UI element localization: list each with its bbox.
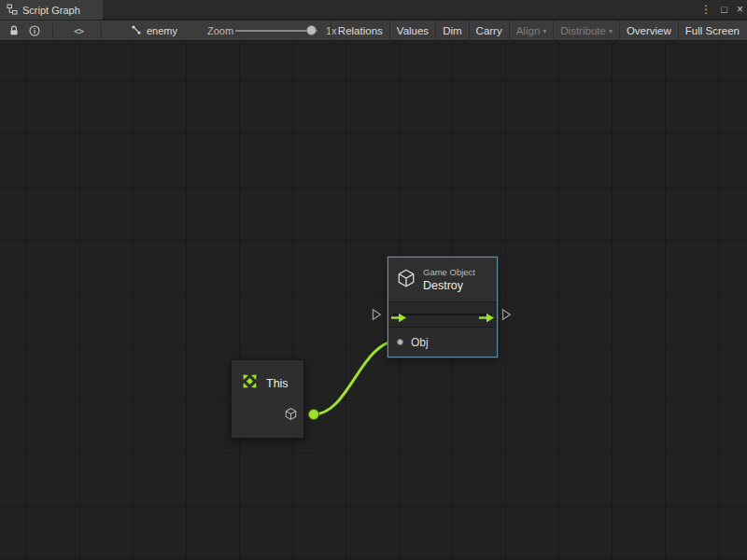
destroy-node[interactable]: Game Object Destroy: [388, 257, 498, 357]
overview-button[interactable]: Overview: [619, 21, 678, 41]
obj-port-row: Obj: [388, 328, 497, 357]
node-title-label: Destroy: [423, 279, 475, 292]
window-menu-icon[interactable]: ⋮: [700, 0, 712, 20]
graph-asset-icon: [131, 24, 142, 37]
distribute-dropdown[interactable]: Distribute ▾: [553, 21, 619, 41]
toolbar-buttons: Relations Values Dim Carry Align ▾ Distr…: [331, 21, 746, 41]
graph-tab-icon: [7, 4, 18, 17]
script-graph-window: Script Graph ⋮ □ × <>: [0, 0, 747, 560]
tab-title: Script Graph: [22, 5, 80, 16]
code-view-icon[interactable]: <>: [67, 21, 90, 41]
zoom-slider-track[interactable]: [235, 30, 317, 32]
carry-button[interactable]: Carry: [469, 21, 509, 41]
flow-out-arrow-icon[interactable]: [478, 310, 495, 320]
flow-input-port-arrow[interactable]: [372, 308, 382, 321]
this-node-header: This: [232, 360, 303, 395]
connection-wire: [0, 41, 747, 560]
flow-output-port-arrow[interactable]: [501, 308, 512, 321]
graph-breadcrumb[interactable]: enemy: [131, 21, 177, 41]
obj-input-port[interactable]: [397, 339, 403, 345]
window-controls: ⋮ □ ×: [700, 0, 743, 20]
info-icon[interactable]: [26, 21, 43, 41]
this-icon: [240, 371, 260, 395]
zoom-label: Zoom: [207, 21, 233, 41]
this-node[interactable]: This: [231, 359, 304, 439]
align-dropdown[interactable]: Align ▾: [509, 21, 554, 41]
maximize-icon[interactable]: □: [721, 0, 727, 20]
this-title-label: This: [266, 377, 289, 390]
graph-canvas[interactable]: Game Object Destroy: [0, 41, 747, 560]
graph-toolbar: <> enemy Zoom 1x Relations Values: [0, 21, 747, 41]
relations-button[interactable]: Relations: [331, 21, 389, 41]
lock-icon[interactable]: [6, 21, 22, 41]
game-object-output-port-icon[interactable]: [284, 407, 298, 425]
flow-in-arrow-icon[interactable]: [390, 310, 407, 320]
node-category-label: Game Object: [423, 267, 475, 277]
close-icon[interactable]: ×: [737, 0, 743, 20]
destroy-node-header[interactable]: Game Object Destroy: [388, 258, 497, 302]
toolbar-separator: [101, 23, 102, 38]
tab-script-graph[interactable]: Script Graph: [0, 0, 103, 20]
game-object-cube-icon: [396, 268, 416, 292]
chevron-down-icon: ▾: [543, 27, 546, 35]
zoom-slider-thumb[interactable]: [306, 25, 317, 35]
flow-ports-row: [388, 302, 497, 328]
full-screen-button[interactable]: Full Screen: [678, 21, 746, 41]
connection-start-dot[interactable]: [308, 409, 319, 420]
values-button[interactable]: Values: [389, 21, 435, 41]
title-bar: Script Graph ⋮ □ ×: [0, 0, 747, 20]
dim-button[interactable]: Dim: [435, 21, 468, 41]
zoom-slider[interactable]: [235, 21, 317, 41]
chevron-down-icon: ▾: [609, 27, 613, 35]
toolbar-separator: [52, 23, 53, 38]
obj-port-label: Obj: [411, 336, 429, 349]
graph-name: enemy: [147, 25, 177, 36]
